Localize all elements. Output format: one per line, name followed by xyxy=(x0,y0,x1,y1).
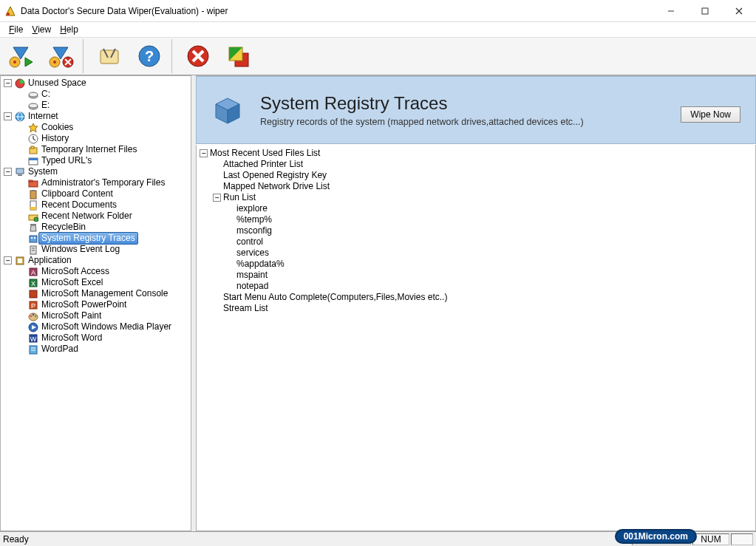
tree-group[interactable]: −Unused Space xyxy=(4,78,191,89)
tree-item[interactable]: System Registry Traces xyxy=(17,233,191,244)
tree-label: Temporary Internet Files xyxy=(41,144,137,155)
tree-label: MicroSoft Management Console xyxy=(41,288,168,299)
detail-item[interactable]: iexplore xyxy=(226,203,752,214)
detail-item[interactable]: %appdata% xyxy=(226,259,752,270)
detail-item[interactable]: Mapped Network Drive List xyxy=(213,181,752,192)
expander-icon[interactable]: − xyxy=(213,194,221,202)
svg-text:X: X xyxy=(31,280,35,287)
tree-group[interactable]: −Application xyxy=(4,255,191,266)
tree-item[interactable]: PMicroSoft PowerPoint xyxy=(17,299,191,310)
tree-label: WordPad xyxy=(41,344,78,355)
app-icon xyxy=(4,5,16,17)
svg-rect-55 xyxy=(31,237,33,239)
svg-marker-35 xyxy=(29,123,38,132)
tree-item[interactable]: E: xyxy=(17,100,191,111)
tree-label: Application xyxy=(28,255,72,266)
tree-item[interactable]: XMicroSoft Excel xyxy=(17,277,191,288)
toolbar-help[interactable]: ? xyxy=(130,39,168,73)
tree-label: RecycleBin xyxy=(41,222,86,233)
recycle-icon xyxy=(27,222,39,233)
tree-item[interactable]: Windows Event Log xyxy=(17,244,191,255)
detail-root[interactable]: −Most Recent Used Files List xyxy=(200,148,752,159)
detail-runlist[interactable]: −Run List xyxy=(213,192,752,203)
tree-item[interactable]: Administrator's Temporary Files xyxy=(17,177,191,188)
tree-label: MicroSoft Word xyxy=(41,332,102,344)
expander-icon[interactable]: − xyxy=(4,168,12,176)
tree-label: MicroSoft Excel xyxy=(41,277,103,288)
tree-item[interactable]: MicroSoft Paint xyxy=(17,310,191,321)
tree-label: Internet xyxy=(28,111,58,122)
toolbar-error[interactable] xyxy=(179,39,217,73)
minimize-button[interactable] xyxy=(654,0,688,22)
tree-item[interactable]: RecycleBin xyxy=(17,222,191,233)
expander-icon[interactable]: − xyxy=(200,149,208,157)
tree-item[interactable]: Recent Documents xyxy=(17,199,191,211)
svg-point-1 xyxy=(7,13,10,16)
close-button[interactable] xyxy=(722,0,756,22)
menu-view[interactable]: View xyxy=(27,24,55,35)
watermark: 001Micron.com xyxy=(615,529,697,544)
detail-item[interactable]: control xyxy=(226,236,752,248)
tree-label: Administrator's Temporary Files xyxy=(41,177,165,188)
svg-point-8 xyxy=(13,61,16,64)
access-icon: A xyxy=(27,266,39,278)
detail-item[interactable]: Stream List xyxy=(213,303,752,314)
disk-pie-icon xyxy=(14,78,26,89)
sidebar-tree[interactable]: −Unused SpaceC:E:−InternetCookiesHistory… xyxy=(0,75,191,531)
tree-item[interactable]: Typed URL's xyxy=(17,155,191,166)
network-folder-icon xyxy=(27,211,39,222)
tree-item[interactable]: Cookies xyxy=(17,122,191,133)
clipboard-icon xyxy=(27,188,39,200)
tree-item[interactable]: Recent Network Folder xyxy=(17,211,191,222)
excel-icon: X xyxy=(27,277,39,289)
detail-item[interactable]: Start Menu Auto Complete(Computers,Files… xyxy=(213,292,752,303)
toolbar-settings[interactable] xyxy=(90,39,129,73)
tree-item[interactable]: WMicroSoft Word xyxy=(17,332,191,344)
tree-item[interactable]: MicroSoft Management Console xyxy=(17,288,191,299)
expander-icon[interactable]: − xyxy=(4,112,12,120)
tree-item[interactable]: Temporary Internet Files xyxy=(17,144,191,155)
tree-item[interactable]: MicroSoft Windows Media Player xyxy=(17,321,191,332)
toolbar-layers[interactable] xyxy=(219,39,257,73)
tree-label: Typed URL's xyxy=(41,155,92,166)
content-banner: System Registry Traces Registry records … xyxy=(196,76,756,144)
status-cell-2 xyxy=(731,533,753,545)
expander-icon[interactable]: − xyxy=(4,256,12,265)
svg-rect-66 xyxy=(30,290,37,298)
wipe-now-button[interactable]: Wipe Now xyxy=(681,106,740,123)
detail-item[interactable]: Attached Printer List xyxy=(213,159,752,170)
svg-text:?: ? xyxy=(145,48,154,64)
tree-group[interactable]: −System xyxy=(4,166,191,177)
drive-icon xyxy=(27,100,39,112)
svg-rect-47 xyxy=(30,191,36,199)
menu-file[interactable]: File xyxy=(4,24,27,35)
svg-rect-3 xyxy=(702,8,708,14)
expander-icon[interactable]: − xyxy=(4,79,12,87)
clock-icon xyxy=(27,133,39,145)
tree-group[interactable]: −Internet xyxy=(4,111,191,122)
toolbar-wipe-start[interactable] xyxy=(1,39,40,73)
tree-item[interactable]: WordPad xyxy=(17,344,191,355)
svg-rect-56 xyxy=(34,237,35,239)
detail-item[interactable]: services xyxy=(226,248,752,259)
detail-item[interactable]: Last Opened Registry Key xyxy=(213,170,752,181)
tree-item[interactable]: Clipboard Content xyxy=(17,188,191,199)
menu-help[interactable]: Help xyxy=(55,24,83,35)
detail-item[interactable]: msconfig xyxy=(226,225,752,236)
tree-item[interactable]: C: xyxy=(17,89,191,100)
toolbar-wipe-stop[interactable] xyxy=(41,39,80,73)
tree-label: Clipboard Content xyxy=(41,188,113,199)
svg-rect-48 xyxy=(32,190,35,191)
detail-tree[interactable]: −Most Recent Used Files ListAttached Pri… xyxy=(196,145,756,531)
svg-point-72 xyxy=(35,315,36,316)
tree-item[interactable]: AMicroSoft Access xyxy=(17,266,191,277)
registry-cube-icon xyxy=(213,95,242,125)
status-num: NUM xyxy=(692,533,729,545)
svg-rect-50 xyxy=(30,207,36,210)
maximize-button[interactable] xyxy=(688,0,722,22)
tree-item[interactable]: History xyxy=(17,133,191,144)
detail-item[interactable]: %temp% xyxy=(226,214,752,225)
detail-item[interactable]: notepad xyxy=(226,281,752,292)
detail-item[interactable]: mspaint xyxy=(226,270,752,281)
paint-icon xyxy=(27,310,39,322)
